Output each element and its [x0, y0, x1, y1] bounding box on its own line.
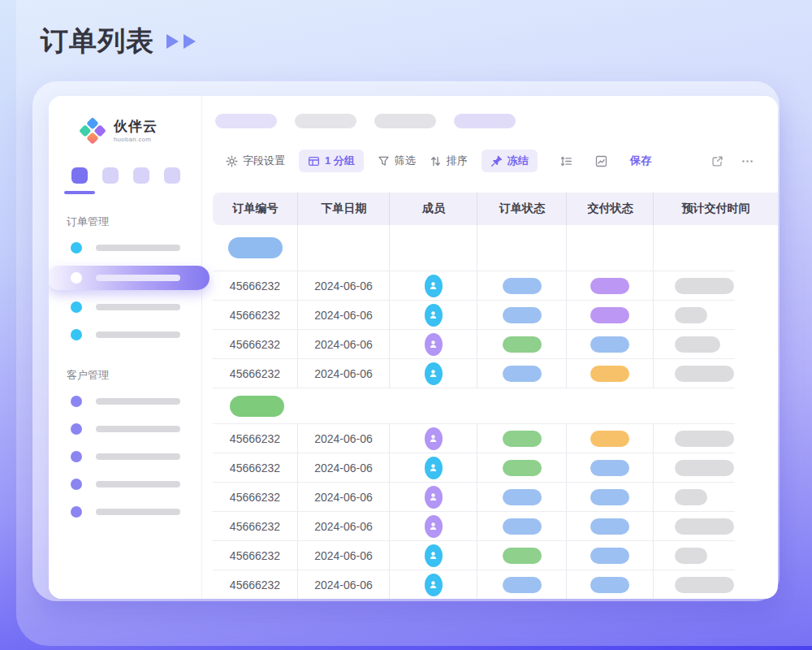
- sidebar-item[interactable]: [49, 500, 201, 525]
- order-status-pill: [503, 518, 542, 535]
- sidebar-item[interactable]: [49, 266, 209, 290]
- eta-pill: [675, 577, 734, 593]
- column-header-order-status[interactable]: 订单状态: [477, 193, 567, 225]
- topbar-pill[interactable]: [215, 114, 277, 128]
- cell-member: [390, 570, 477, 599]
- share-icon[interactable]: [711, 155, 723, 167]
- order-status-pill: [503, 307, 542, 323]
- topbar-pill[interactable]: [454, 114, 516, 128]
- sidebar-item-dot: [71, 242, 82, 254]
- table-row[interactable]: 456662322024-06-06: [213, 512, 735, 541]
- sidebar-item-dot: [71, 301, 82, 313]
- group-button[interactable]: 1 分组: [299, 150, 364, 172]
- field-settings-label: 字段设置: [243, 154, 285, 168]
- sidebar-item[interactable]: [49, 236, 201, 261]
- cell-member: [390, 271, 477, 300]
- freeze-button[interactable]: 冻结: [482, 150, 538, 172]
- sidebar-item[interactable]: [49, 472, 201, 497]
- sidebar-item-label-placeholder: [96, 426, 180, 432]
- cell-order-number: 45666232: [213, 424, 298, 453]
- table-row[interactable]: 456662322024-06-06: [213, 570, 735, 599]
- topbar-pill[interactable]: [295, 114, 356, 128]
- page-header: 订单列表: [41, 23, 200, 60]
- cell-delivery-status: [567, 453, 654, 482]
- sort-button[interactable]: 排序: [430, 154, 468, 168]
- column-header-member[interactable]: 成员: [390, 193, 477, 225]
- sidebar-tab[interactable]: [133, 167, 149, 184]
- member-avatar-icon: [425, 544, 443, 567]
- sidebar-section-title: 客户管理: [67, 368, 201, 383]
- sidebar-item[interactable]: [49, 323, 201, 348]
- member-avatar-icon: [425, 304, 443, 327]
- eta-pill: [675, 548, 707, 564]
- filter-label: 筛选: [395, 154, 416, 168]
- table-row[interactable]: 456662322024-06-06: [213, 271, 735, 301]
- sidebar-tab[interactable]: [102, 167, 119, 184]
- cell-order-number: 45666232: [213, 359, 298, 388]
- cell-delivery-status: [567, 330, 654, 358]
- cell-order-date: 2024-06-06: [298, 453, 390, 482]
- save-button[interactable]: 保存: [630, 154, 652, 168]
- sidebar-item[interactable]: [49, 444, 201, 470]
- member-avatar-icon: [425, 427, 443, 450]
- cell-order-date: 2024-06-06: [298, 271, 390, 300]
- brand-text: 伙伴云 huoban.com: [114, 119, 158, 143]
- delivery-status-pill: [590, 518, 629, 535]
- sidebar-item-label-placeholder: [96, 481, 180, 488]
- table-row[interactable]: 456662322024-06-06: [213, 453, 735, 483]
- cell-member: [390, 330, 477, 358]
- cell-estimated-delivery-time: [654, 453, 735, 482]
- sidebar-item-label-placeholder: [96, 275, 180, 281]
- group-header-row[interactable]: [213, 225, 735, 271]
- column-header-delivery-status[interactable]: 交付状态: [567, 193, 654, 225]
- cell-delivery-status: [567, 301, 654, 329]
- sidebar-item[interactable]: [49, 417, 201, 442]
- cell-order-status: [477, 570, 567, 599]
- member-avatar-icon: [425, 457, 443, 479]
- app-window: 伙伴云 huoban.com 订单管理客户管理 字段设置1 分组筛选排序冻结 保…: [49, 96, 778, 599]
- filter-button[interactable]: 筛选: [378, 154, 416, 168]
- cell-order-date: 2024-06-06: [298, 541, 390, 570]
- sidebar-tab[interactable]: [71, 167, 88, 184]
- topbar-pill[interactable]: [374, 114, 436, 128]
- main-panel: 字段设置1 分组筛选排序冻结 保存 订单编号下单日期成员订单状态交付状态预计交付…: [201, 96, 778, 599]
- column-header-order-number[interactable]: 订单编号: [213, 193, 298, 225]
- cell-order-date: 2024-06-06: [298, 330, 390, 358]
- table-row[interactable]: 456662322024-06-06: [213, 541, 735, 570]
- toolbar-right: [711, 155, 754, 167]
- delivery-status-pill: [590, 577, 629, 593]
- funnel-icon: [378, 155, 390, 167]
- chart-icon[interactable]: [595, 155, 607, 167]
- table-row[interactable]: 456662322024-06-06: [213, 483, 735, 512]
- table-row[interactable]: 456662322024-06-06: [213, 330, 735, 359]
- member-avatar-icon: [425, 574, 443, 596]
- sidebar-item[interactable]: [49, 389, 201, 414]
- column-header-order-date[interactable]: 下单日期: [298, 193, 390, 225]
- cell-order-status: [477, 301, 567, 329]
- order-status-pill: [503, 366, 542, 382]
- group-header-row[interactable]: [213, 388, 735, 424]
- field-settings-button[interactable]: 字段设置: [226, 154, 285, 168]
- table-row[interactable]: 456662322024-06-06: [213, 359, 735, 388]
- cell-delivery-status: [567, 541, 654, 570]
- eta-pill: [675, 307, 707, 323]
- cell-estimated-delivery-time: [654, 483, 735, 511]
- sidebar-tab[interactable]: [164, 167, 180, 184]
- member-avatar-icon: [425, 486, 443, 509]
- table-row[interactable]: 456662322024-06-06: [213, 424, 735, 453]
- cell-estimated-delivery-time: [654, 301, 735, 329]
- cell-order-status: [477, 424, 567, 453]
- table-row[interactable]: 456662322024-06-06: [213, 301, 735, 330]
- cell-order-date: 2024-06-06: [298, 483, 390, 511]
- sidebar-item[interactable]: [49, 295, 201, 320]
- order-status-pill: [503, 548, 542, 564]
- more-icon[interactable]: [741, 155, 754, 167]
- column-header-estimated-delivery-time[interactable]: 预计交付时间: [654, 193, 778, 225]
- sidebar-item-dot: [71, 329, 82, 340]
- rows-icon[interactable]: [560, 155, 572, 167]
- delivery-status-pill: [590, 278, 629, 294]
- cell-order-date: 2024-06-06: [298, 359, 390, 388]
- page-title: 订单列表: [41, 23, 154, 60]
- sidebar-item-dot: [71, 423, 82, 435]
- cell-order-number: 45666232: [213, 301, 298, 329]
